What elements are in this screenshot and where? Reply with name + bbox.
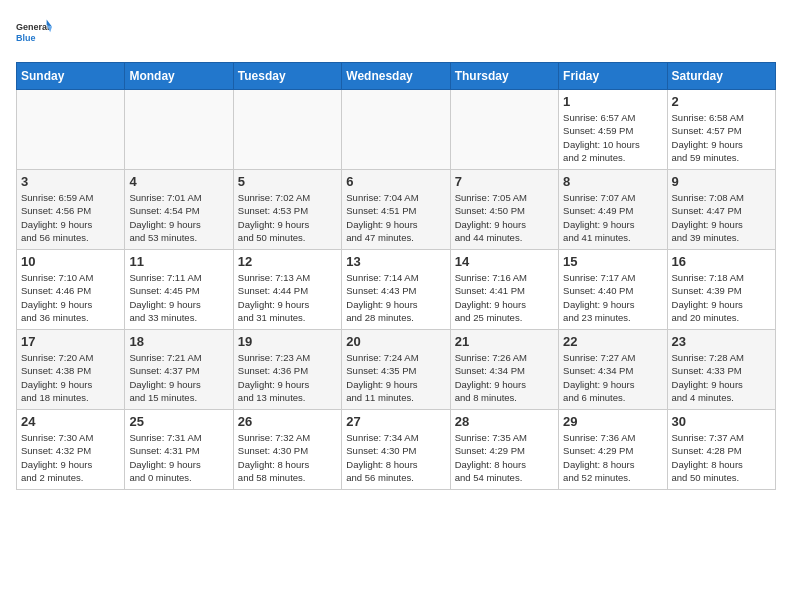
weekday-header-saturday: Saturday: [667, 63, 775, 90]
calendar-week-row: 17Sunrise: 7:20 AM Sunset: 4:38 PM Dayli…: [17, 330, 776, 410]
calendar-cell: 7Sunrise: 7:05 AM Sunset: 4:50 PM Daylig…: [450, 170, 558, 250]
logo: General Blue: [16, 16, 52, 52]
calendar-cell: 6Sunrise: 7:04 AM Sunset: 4:51 PM Daylig…: [342, 170, 450, 250]
day-number: 28: [455, 414, 554, 429]
calendar-cell: 18Sunrise: 7:21 AM Sunset: 4:37 PM Dayli…: [125, 330, 233, 410]
day-number: 6: [346, 174, 445, 189]
calendar-cell: 27Sunrise: 7:34 AM Sunset: 4:30 PM Dayli…: [342, 410, 450, 490]
weekday-header-row: SundayMondayTuesdayWednesdayThursdayFrid…: [17, 63, 776, 90]
day-info: Sunrise: 7:21 AM Sunset: 4:37 PM Dayligh…: [129, 351, 228, 404]
day-info: Sunrise: 7:11 AM Sunset: 4:45 PM Dayligh…: [129, 271, 228, 324]
day-number: 8: [563, 174, 662, 189]
calendar-week-row: 24Sunrise: 7:30 AM Sunset: 4:32 PM Dayli…: [17, 410, 776, 490]
day-info: Sunrise: 7:08 AM Sunset: 4:47 PM Dayligh…: [672, 191, 771, 244]
calendar-table: SundayMondayTuesdayWednesdayThursdayFrid…: [16, 62, 776, 490]
day-info: Sunrise: 7:23 AM Sunset: 4:36 PM Dayligh…: [238, 351, 337, 404]
calendar-cell: 3Sunrise: 6:59 AM Sunset: 4:56 PM Daylig…: [17, 170, 125, 250]
day-info: Sunrise: 7:24 AM Sunset: 4:35 PM Dayligh…: [346, 351, 445, 404]
calendar-cell: [125, 90, 233, 170]
calendar-cell: [450, 90, 558, 170]
day-info: Sunrise: 7:07 AM Sunset: 4:49 PM Dayligh…: [563, 191, 662, 244]
day-number: 29: [563, 414, 662, 429]
day-info: Sunrise: 7:30 AM Sunset: 4:32 PM Dayligh…: [21, 431, 120, 484]
day-info: Sunrise: 7:28 AM Sunset: 4:33 PM Dayligh…: [672, 351, 771, 404]
svg-text:Blue: Blue: [16, 33, 36, 43]
calendar-body: 1Sunrise: 6:57 AM Sunset: 4:59 PM Daylig…: [17, 90, 776, 490]
day-info: Sunrise: 7:02 AM Sunset: 4:53 PM Dayligh…: [238, 191, 337, 244]
calendar-header: SundayMondayTuesdayWednesdayThursdayFrid…: [17, 63, 776, 90]
day-number: 2: [672, 94, 771, 109]
weekday-header-wednesday: Wednesday: [342, 63, 450, 90]
calendar-cell: 16Sunrise: 7:18 AM Sunset: 4:39 PM Dayli…: [667, 250, 775, 330]
calendar-cell: [342, 90, 450, 170]
calendar-cell: 4Sunrise: 7:01 AM Sunset: 4:54 PM Daylig…: [125, 170, 233, 250]
day-info: Sunrise: 6:58 AM Sunset: 4:57 PM Dayligh…: [672, 111, 771, 164]
day-info: Sunrise: 7:27 AM Sunset: 4:34 PM Dayligh…: [563, 351, 662, 404]
calendar-cell: 15Sunrise: 7:17 AM Sunset: 4:40 PM Dayli…: [559, 250, 667, 330]
day-number: 20: [346, 334, 445, 349]
calendar-cell: 8Sunrise: 7:07 AM Sunset: 4:49 PM Daylig…: [559, 170, 667, 250]
day-info: Sunrise: 7:17 AM Sunset: 4:40 PM Dayligh…: [563, 271, 662, 324]
day-number: 3: [21, 174, 120, 189]
day-number: 30: [672, 414, 771, 429]
day-info: Sunrise: 7:14 AM Sunset: 4:43 PM Dayligh…: [346, 271, 445, 324]
calendar-cell: 1Sunrise: 6:57 AM Sunset: 4:59 PM Daylig…: [559, 90, 667, 170]
calendar-cell: 24Sunrise: 7:30 AM Sunset: 4:32 PM Dayli…: [17, 410, 125, 490]
calendar-cell: 2Sunrise: 6:58 AM Sunset: 4:57 PM Daylig…: [667, 90, 775, 170]
calendar-cell: 10Sunrise: 7:10 AM Sunset: 4:46 PM Dayli…: [17, 250, 125, 330]
day-info: Sunrise: 7:04 AM Sunset: 4:51 PM Dayligh…: [346, 191, 445, 244]
day-number: 25: [129, 414, 228, 429]
day-number: 7: [455, 174, 554, 189]
day-number: 14: [455, 254, 554, 269]
day-number: 18: [129, 334, 228, 349]
day-number: 13: [346, 254, 445, 269]
calendar-cell: 19Sunrise: 7:23 AM Sunset: 4:36 PM Dayli…: [233, 330, 341, 410]
day-number: 1: [563, 94, 662, 109]
day-info: Sunrise: 7:35 AM Sunset: 4:29 PM Dayligh…: [455, 431, 554, 484]
calendar-cell: 11Sunrise: 7:11 AM Sunset: 4:45 PM Dayli…: [125, 250, 233, 330]
calendar-cell: 28Sunrise: 7:35 AM Sunset: 4:29 PM Dayli…: [450, 410, 558, 490]
calendar-cell: 20Sunrise: 7:24 AM Sunset: 4:35 PM Dayli…: [342, 330, 450, 410]
calendar-cell: 30Sunrise: 7:37 AM Sunset: 4:28 PM Dayli…: [667, 410, 775, 490]
day-number: 4: [129, 174, 228, 189]
calendar-cell: 14Sunrise: 7:16 AM Sunset: 4:41 PM Dayli…: [450, 250, 558, 330]
day-info: Sunrise: 7:18 AM Sunset: 4:39 PM Dayligh…: [672, 271, 771, 324]
day-number: 16: [672, 254, 771, 269]
logo-icon: General Blue: [16, 16, 52, 52]
weekday-header-friday: Friday: [559, 63, 667, 90]
day-info: Sunrise: 7:10 AM Sunset: 4:46 PM Dayligh…: [21, 271, 120, 324]
calendar-cell: 25Sunrise: 7:31 AM Sunset: 4:31 PM Dayli…: [125, 410, 233, 490]
day-info: Sunrise: 7:34 AM Sunset: 4:30 PM Dayligh…: [346, 431, 445, 484]
weekday-header-tuesday: Tuesday: [233, 63, 341, 90]
day-number: 26: [238, 414, 337, 429]
day-number: 17: [21, 334, 120, 349]
calendar-cell: 9Sunrise: 7:08 AM Sunset: 4:47 PM Daylig…: [667, 170, 775, 250]
calendar-cell: 12Sunrise: 7:13 AM Sunset: 4:44 PM Dayli…: [233, 250, 341, 330]
calendar-cell: 5Sunrise: 7:02 AM Sunset: 4:53 PM Daylig…: [233, 170, 341, 250]
weekday-header-monday: Monday: [125, 63, 233, 90]
page-header: General Blue: [16, 16, 776, 52]
calendar-cell: 13Sunrise: 7:14 AM Sunset: 4:43 PM Dayli…: [342, 250, 450, 330]
calendar-cell: 21Sunrise: 7:26 AM Sunset: 4:34 PM Dayli…: [450, 330, 558, 410]
day-number: 15: [563, 254, 662, 269]
day-number: 11: [129, 254, 228, 269]
weekday-header-thursday: Thursday: [450, 63, 558, 90]
day-info: Sunrise: 7:01 AM Sunset: 4:54 PM Dayligh…: [129, 191, 228, 244]
calendar-week-row: 10Sunrise: 7:10 AM Sunset: 4:46 PM Dayli…: [17, 250, 776, 330]
day-info: Sunrise: 7:05 AM Sunset: 4:50 PM Dayligh…: [455, 191, 554, 244]
day-info: Sunrise: 6:57 AM Sunset: 4:59 PM Dayligh…: [563, 111, 662, 164]
calendar-cell: [17, 90, 125, 170]
day-number: 21: [455, 334, 554, 349]
calendar-week-row: 3Sunrise: 6:59 AM Sunset: 4:56 PM Daylig…: [17, 170, 776, 250]
calendar-cell: 17Sunrise: 7:20 AM Sunset: 4:38 PM Dayli…: [17, 330, 125, 410]
day-info: Sunrise: 7:26 AM Sunset: 4:34 PM Dayligh…: [455, 351, 554, 404]
day-number: 23: [672, 334, 771, 349]
day-info: Sunrise: 7:32 AM Sunset: 4:30 PM Dayligh…: [238, 431, 337, 484]
svg-text:General: General: [16, 22, 50, 32]
day-info: Sunrise: 7:36 AM Sunset: 4:29 PM Dayligh…: [563, 431, 662, 484]
day-number: 9: [672, 174, 771, 189]
day-info: Sunrise: 7:37 AM Sunset: 4:28 PM Dayligh…: [672, 431, 771, 484]
day-number: 12: [238, 254, 337, 269]
day-number: 5: [238, 174, 337, 189]
calendar-cell: 23Sunrise: 7:28 AM Sunset: 4:33 PM Dayli…: [667, 330, 775, 410]
